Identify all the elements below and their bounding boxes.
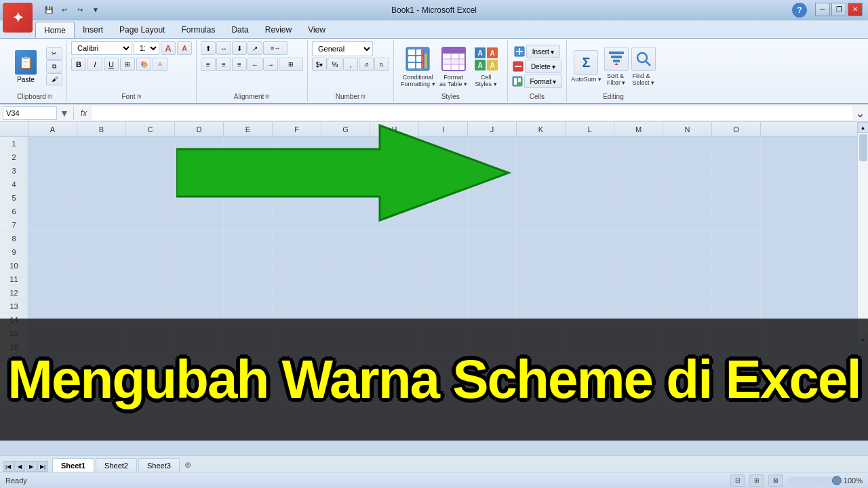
cell-G9[interactable] [321, 245, 370, 259]
percent-btn[interactable]: % [328, 58, 342, 71]
cell-B7[interactable] [77, 218, 126, 232]
page-break-view-btn[interactable]: ⊠ [768, 474, 783, 487]
col-header-a[interactable]: A [28, 122, 77, 136]
cell-F13[interactable] [273, 300, 321, 313]
tab-formulas[interactable]: Formulas [173, 22, 223, 38]
cell-D1[interactable] [175, 137, 224, 150]
cell-I6[interactable] [419, 205, 468, 218]
wrap-text-btn[interactable]: ≡→ [263, 41, 288, 55]
tab-home[interactable]: Home [35, 22, 75, 38]
cell-I8[interactable] [419, 232, 468, 245]
border-btn[interactable]: ⊞ [120, 58, 135, 71]
currency-btn[interactable]: $▾ [312, 58, 327, 71]
col-header-i[interactable]: I [419, 122, 468, 136]
number-expand[interactable]: ⊡ [361, 94, 366, 100]
cell-M13[interactable] [614, 300, 663, 313]
close-button[interactable]: ✕ [848, 3, 863, 16]
cell-M6[interactable] [614, 205, 663, 218]
cell-G2[interactable] [321, 150, 370, 164]
cell-F7[interactable] [273, 218, 321, 232]
font-color-btn[interactable]: A [153, 58, 167, 71]
cell-G8[interactable] [321, 232, 370, 245]
cell-J6[interactable] [468, 205, 517, 218]
restore-button[interactable]: ❐ [831, 3, 846, 16]
cell-K11[interactable] [517, 272, 566, 286]
cell-N5[interactable] [663, 191, 712, 205]
cell-O2[interactable] [712, 150, 761, 164]
cell-L9[interactable] [566, 245, 614, 259]
align-left-btn[interactable]: ≡ [201, 58, 216, 71]
increase-decimal-btn[interactable]: .0 [359, 58, 374, 71]
cell-B12[interactable] [77, 286, 126, 300]
tab-data[interactable]: Data [223, 22, 256, 38]
align-middle-btn[interactable]: ↔ [216, 41, 231, 55]
cell-O6[interactable] [712, 205, 761, 218]
cell-L2[interactable] [566, 150, 614, 164]
sheet-nav-first[interactable]: |◀ [3, 461, 14, 472]
cell-E4[interactable] [224, 178, 273, 191]
cell-M9[interactable] [614, 245, 663, 259]
redo-quickaccess-btn[interactable]: ↪ [73, 3, 87, 17]
cell-A7[interactable] [28, 218, 77, 232]
decrease-font-btn[interactable]: A [177, 41, 192, 55]
cell-F4[interactable] [273, 178, 321, 191]
cell-L5[interactable] [566, 191, 614, 205]
cell-A6[interactable] [28, 205, 77, 218]
cell-K13[interactable] [517, 300, 566, 313]
cell-I9[interactable] [419, 245, 468, 259]
cell-N7[interactable] [663, 218, 712, 232]
cell-K7[interactable] [517, 218, 566, 232]
cell-E13[interactable] [224, 300, 273, 313]
cell-O12[interactable] [712, 286, 761, 300]
row-number-2[interactable]: 2 [0, 150, 28, 164]
cell-K12[interactable] [517, 286, 566, 300]
cell-J13[interactable] [468, 300, 517, 313]
cell-A2[interactable] [28, 150, 77, 164]
cell-J8[interactable] [468, 232, 517, 245]
cell-N10[interactable] [663, 259, 712, 272]
sheet-tab-3[interactable]: Sheet3 [138, 458, 180, 472]
cell-D9[interactable] [175, 245, 224, 259]
cell-N13[interactable] [663, 300, 712, 313]
cell-N8[interactable] [663, 232, 712, 245]
customize-quickaccess-btn[interactable]: ▼ [89, 3, 102, 17]
cell-reference-input[interactable]: V34 [3, 106, 57, 120]
cell-G5[interactable] [321, 191, 370, 205]
cell-F12[interactable] [273, 286, 321, 300]
cell-E5[interactable] [224, 191, 273, 205]
cell-N4[interactable] [663, 178, 712, 191]
tab-insert[interactable]: Insert [75, 22, 111, 38]
zoom-thumb[interactable] [832, 476, 842, 485]
align-top-btn[interactable]: ⬆ [201, 41, 216, 55]
cell-O4[interactable] [712, 178, 761, 191]
cell-D5[interactable] [175, 191, 224, 205]
cell-G6[interactable] [321, 205, 370, 218]
cell-N3[interactable] [663, 164, 712, 178]
cell-E2[interactable] [224, 150, 273, 164]
insert-button[interactable]: Insert ▾ [526, 45, 560, 58]
cell-D2[interactable] [175, 150, 224, 164]
cell-J3[interactable] [468, 164, 517, 178]
cell-C12[interactable] [126, 286, 175, 300]
conditional-formatting-button[interactable]: ConditionalFormatting ▾ [401, 45, 435, 88]
cell-C11[interactable] [126, 272, 175, 286]
cell-B1[interactable] [77, 137, 126, 150]
paste-button[interactable]: 📋 Paste [7, 47, 45, 86]
cell-G1[interactable] [321, 137, 370, 150]
row-number-9[interactable]: 9 [0, 245, 28, 259]
cell-D8[interactable] [175, 232, 224, 245]
cell-C3[interactable] [126, 164, 175, 178]
cell-A11[interactable] [28, 272, 77, 286]
cell-K4[interactable] [517, 178, 566, 191]
cell-M10[interactable] [614, 259, 663, 272]
cell-L4[interactable] [566, 178, 614, 191]
cell-H1[interactable] [370, 137, 419, 150]
col-header-g[interactable]: G [321, 122, 370, 136]
cell-C7[interactable] [126, 218, 175, 232]
cell-K2[interactable] [517, 150, 566, 164]
cell-J9[interactable] [468, 245, 517, 259]
cell-G12[interactable] [321, 286, 370, 300]
col-header-m[interactable]: M [614, 122, 663, 136]
cell-A3[interactable] [28, 164, 77, 178]
cell-J2[interactable] [468, 150, 517, 164]
